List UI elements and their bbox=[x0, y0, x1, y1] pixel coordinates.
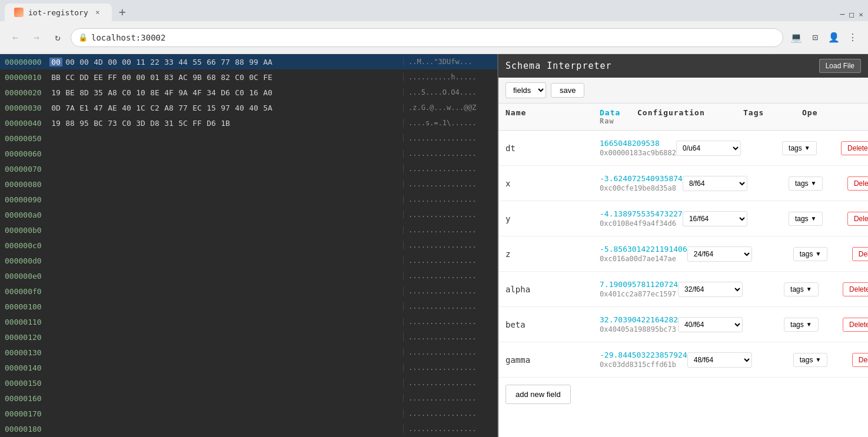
hex-byte[interactable]: 8D bbox=[78, 88, 91, 97]
hex-byte[interactable]: 19 bbox=[49, 88, 62, 97]
hex-byte[interactable]: DD bbox=[78, 73, 91, 82]
hex-byte[interactable]: 11 bbox=[134, 58, 147, 66]
hex-byte[interactable]: BB bbox=[49, 73, 62, 82]
load-file-button[interactable]: Load File bbox=[819, 59, 861, 73]
hex-byte[interactable]: A8 bbox=[106, 88, 119, 97]
active-tab[interactable]: iot-registory × bbox=[5, 4, 112, 21]
tags-button[interactable]: tags ▼ bbox=[784, 318, 819, 332]
hex-byte[interactable] bbox=[261, 119, 274, 128]
hex-byte[interactable]: EE bbox=[92, 73, 105, 82]
hex-byte[interactable]: A8 bbox=[162, 104, 175, 112]
hex-byte[interactable]: 88 bbox=[233, 58, 246, 66]
hex-byte[interactable]: 3D bbox=[134, 119, 147, 128]
hex-byte[interactable]: FF bbox=[106, 73, 119, 82]
hex-byte[interactable]: 47 bbox=[92, 104, 105, 112]
hex-byte[interactable]: BE bbox=[64, 88, 77, 97]
field-data-value[interactable]: -5.8563014221191406 bbox=[600, 245, 687, 253]
hex-byte[interactable]: 66 bbox=[205, 58, 218, 66]
delete-button[interactable]: Delete ✕ bbox=[852, 353, 868, 367]
hex-byte[interactable]: 33 bbox=[162, 58, 175, 66]
hex-byte[interactable]: 73 bbox=[106, 119, 119, 128]
hex-byte[interactable]: 8E bbox=[148, 88, 161, 97]
hex-byte[interactable]: FF bbox=[191, 119, 204, 128]
hex-byte[interactable]: 82 bbox=[219, 73, 232, 82]
hex-byte[interactable]: 4F bbox=[162, 88, 175, 97]
delete-button[interactable]: Delete ✕ bbox=[841, 141, 868, 155]
tags-button[interactable]: tags ▼ bbox=[784, 282, 819, 296]
hex-byte[interactable]: 0D bbox=[49, 104, 62, 112]
delete-button[interactable]: Delete ✕ bbox=[843, 318, 868, 332]
hex-byte[interactable]: 4D bbox=[92, 58, 105, 66]
tags-button[interactable]: tags ▼ bbox=[793, 247, 828, 261]
hex-byte[interactable]: 68 bbox=[205, 73, 218, 82]
more-menu-icon[interactable]: ⋮ bbox=[844, 29, 861, 46]
add-field-button[interactable]: add new field bbox=[505, 385, 571, 404]
hex-byte[interactable]: 00 bbox=[64, 58, 77, 66]
hex-byte[interactable]: C0 bbox=[120, 88, 133, 97]
hex-byte[interactable]: 31 bbox=[162, 119, 175, 128]
hex-byte[interactable]: FE bbox=[261, 73, 274, 82]
hex-byte[interactable]: D6 bbox=[205, 119, 218, 128]
hex-byte[interactable]: C0 bbox=[120, 119, 133, 128]
address-bar[interactable]: 🔒 localhost:30002 bbox=[71, 28, 783, 47]
hex-byte[interactable]: 40 bbox=[120, 104, 133, 112]
split-screen-icon[interactable]: ⊡ bbox=[807, 29, 823, 46]
hex-byte[interactable]: CC bbox=[64, 73, 77, 82]
hex-byte[interactable]: 01 bbox=[148, 73, 161, 82]
field-data-value[interactable]: -4.138975535473227 bbox=[600, 209, 683, 218]
hex-byte[interactable] bbox=[233, 119, 246, 128]
hex-byte[interactable]: 00 bbox=[49, 58, 62, 66]
tags-button[interactable]: tags ▼ bbox=[782, 141, 817, 155]
hex-byte[interactable]: EC bbox=[191, 104, 204, 112]
tags-button[interactable]: tags ▼ bbox=[789, 212, 823, 226]
config-select[interactable]: 48/f64 bbox=[687, 352, 752, 368]
config-select[interactable]: 32/f64 bbox=[678, 282, 743, 297]
window-minimize[interactable]: ─ bbox=[840, 10, 845, 19]
hex-byte[interactable]: 1B bbox=[219, 119, 232, 128]
hex-byte[interactable]: 55 bbox=[191, 58, 204, 66]
hex-byte[interactable]: BC bbox=[92, 119, 105, 128]
hex-byte[interactable]: C2 bbox=[148, 104, 161, 112]
new-tab-button[interactable]: + bbox=[114, 4, 131, 20]
hex-byte[interactable]: 35 bbox=[92, 88, 105, 97]
hex-byte[interactable]: A0 bbox=[261, 88, 274, 97]
hex-byte[interactable]: D6 bbox=[219, 88, 232, 97]
config-select[interactable]: 0/u64 bbox=[676, 141, 741, 156]
hex-byte[interactable]: E1 bbox=[78, 104, 91, 112]
save-button[interactable]: save bbox=[551, 83, 584, 98]
hex-byte[interactable]: 40 bbox=[233, 104, 246, 112]
hex-byte[interactable]: AA bbox=[261, 58, 274, 66]
hex-byte[interactable]: 9A bbox=[177, 88, 189, 97]
hex-byte[interactable]: C0 bbox=[233, 73, 246, 82]
hex-byte[interactable]: D8 bbox=[148, 119, 161, 128]
hex-byte[interactable]: 00 bbox=[120, 73, 133, 82]
hex-byte[interactable]: 77 bbox=[219, 58, 232, 66]
hex-byte[interactable]: 7A bbox=[64, 104, 77, 112]
window-close[interactable]: × bbox=[859, 10, 863, 19]
hex-byte[interactable]: C0 bbox=[233, 88, 246, 97]
refresh-button[interactable]: ↻ bbox=[49, 29, 66, 46]
config-select[interactable]: 16/f64 bbox=[683, 211, 747, 226]
delete-button[interactable]: Delete ✕ bbox=[847, 176, 868, 191]
hex-byte[interactable]: 44 bbox=[177, 58, 189, 66]
config-select[interactable]: 8/f64 bbox=[683, 176, 747, 191]
hex-byte[interactable]: 0C bbox=[247, 73, 260, 82]
hex-byte[interactable]: 97 bbox=[219, 104, 232, 112]
hex-byte[interactable]: 19 bbox=[49, 119, 62, 128]
hex-byte[interactable]: 5C bbox=[177, 119, 189, 128]
hex-byte[interactable]: 83 bbox=[162, 73, 175, 82]
tags-button[interactable]: tags ▼ bbox=[793, 353, 828, 367]
hex-byte[interactable]: 88 bbox=[64, 119, 77, 128]
field-data-value[interactable]: 7.190095781120724 bbox=[600, 280, 678, 289]
back-button[interactable]: ← bbox=[7, 29, 24, 46]
hex-byte[interactable]: 22 bbox=[148, 58, 161, 66]
delete-button[interactable]: Delete ✕ bbox=[843, 282, 868, 296]
hex-byte[interactable]: 9B bbox=[191, 73, 204, 82]
forward-button[interactable]: → bbox=[28, 29, 45, 46]
config-select[interactable]: 40/f64 bbox=[678, 317, 743, 332]
field-data-value[interactable]: 32.70390422164282 bbox=[600, 315, 678, 324]
hex-byte[interactable]: 00 bbox=[120, 58, 133, 66]
fields-select[interactable]: fields bbox=[505, 82, 546, 98]
config-select[interactable]: 24/f64 bbox=[687, 246, 752, 262]
hex-byte[interactable]: 1C bbox=[134, 104, 147, 112]
